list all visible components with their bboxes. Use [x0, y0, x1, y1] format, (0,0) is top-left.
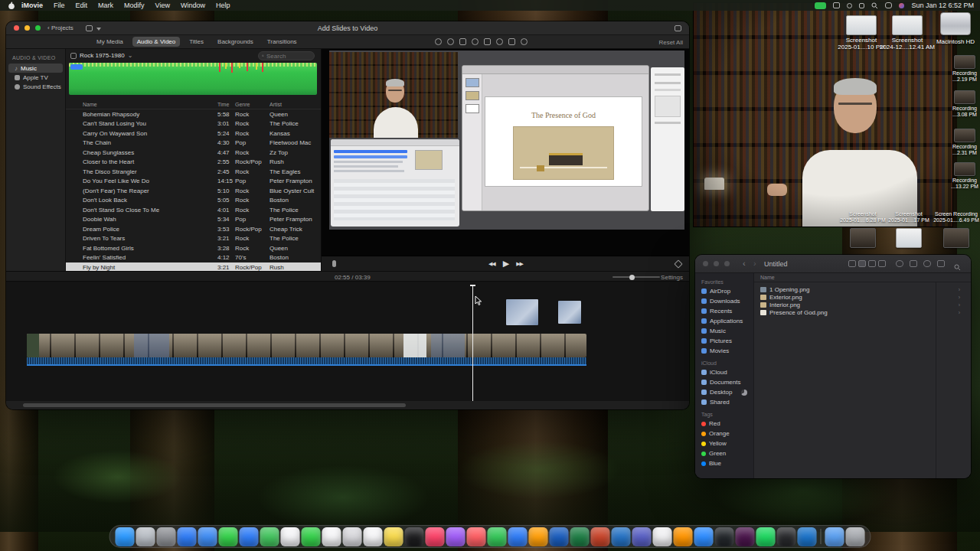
column-name[interactable]: Name — [83, 102, 217, 109]
zoom-button[interactable] — [724, 261, 730, 266]
file-row[interactable]: Presence of God.png › — [754, 308, 971, 316]
bluetooth-icon[interactable] — [847, 3, 852, 8]
dock-icon-zoom[interactable] — [694, 527, 714, 546]
dock-icon-contacts[interactable] — [343, 527, 362, 546]
spotlight-icon[interactable] — [871, 2, 878, 9]
song-waveform[interactable] — [69, 63, 317, 95]
menu-item[interactable]: iMovie — [21, 2, 43, 9]
dock-icon-app-store[interactable] — [178, 527, 197, 546]
song-row[interactable]: Don't Stand So Close To Me 4:01 Rock The… — [66, 205, 321, 215]
dock-icon-system-settings[interactable] — [157, 527, 176, 546]
dock-icon-teams[interactable] — [632, 527, 652, 546]
dock-icon-pages[interactable] — [529, 527, 548, 546]
video-clip-strip[interactable] — [27, 334, 586, 357]
finder-sidebar-item[interactable]: iCloud — [695, 367, 753, 377]
menu-item[interactable]: View — [155, 2, 170, 9]
media-tab[interactable]: Audio & Video — [132, 37, 181, 47]
playhead[interactable] — [472, 285, 473, 401]
cutaway-clip[interactable] — [557, 300, 582, 324]
dock-icon-podcasts[interactable] — [446, 527, 466, 546]
search-input[interactable] — [266, 53, 311, 60]
file-row[interactable]: 1 Opening.png › — [754, 285, 971, 293]
view-as-list-icon[interactable] — [858, 260, 866, 267]
tags-icon[interactable] — [923, 260, 931, 267]
finder-sidebar-item[interactable]: Music — [695, 326, 753, 336]
song-row[interactable]: Driven To Tears 3:21 Rock The Police — [66, 234, 321, 244]
media-tab[interactable]: Backgrounds — [213, 37, 258, 47]
dock-icon-music[interactable] — [426, 527, 445, 546]
dock-icon-calendar[interactable] — [322, 527, 341, 546]
settings-button[interactable]: Settings — [661, 274, 683, 281]
reset-all-button[interactable]: Reset All — [658, 39, 683, 46]
dock-icon-chrome[interactable] — [653, 527, 672, 546]
voiceover-mic-icon[interactable] — [332, 260, 336, 267]
song-row[interactable]: Carry On Wayward Son 5:24 Rock Kansas — [66, 129, 321, 139]
close-button[interactable] — [703, 261, 708, 266]
menu-item[interactable]: Window — [181, 2, 205, 9]
finder-sidebar-item[interactable]: Movies — [695, 346, 753, 356]
column-time[interactable]: Time — [217, 102, 235, 109]
menu-item[interactable]: Edit — [76, 2, 88, 9]
group-by-icon[interactable] — [896, 260, 903, 267]
dock-icon-obs[interactable] — [715, 527, 734, 546]
dock-icon-news[interactable] — [467, 527, 486, 546]
fullscreen-icon[interactable] — [674, 259, 682, 268]
sidebar-item-apple-tv[interactable]: Apple TV — [8, 73, 63, 82]
play-button[interactable]: ▶ — [503, 259, 508, 269]
column-name[interactable]: Name — [760, 275, 775, 280]
song-row[interactable]: Dream Police 3:53 Rock/Pop Cheap Trick — [66, 224, 321, 234]
dock-icon-maps[interactable] — [260, 527, 279, 546]
dock-icon-photos[interactable] — [281, 527, 300, 546]
menu-item[interactable]: Mark — [98, 2, 113, 9]
timeline-scrollbar[interactable] — [23, 403, 406, 407]
menu-item[interactable]: File — [54, 2, 65, 9]
song-row[interactable]: Do You Feel Like We Do 14:15 Pop Peter F… — [66, 177, 321, 187]
view-as-gallery-icon[interactable] — [878, 260, 886, 267]
screen-recording-indicator[interactable] — [815, 2, 826, 9]
info-icon[interactable] — [521, 38, 528, 45]
back-button[interactable]: ‹ — [743, 259, 746, 268]
search-icon[interactable] — [954, 260, 961, 274]
column-divider[interactable] — [936, 282, 936, 478]
next-button[interactable]: ▶▶ — [516, 261, 523, 267]
dock-icon-outlook[interactable] — [612, 527, 631, 546]
dock-icon-facetime[interactable] — [302, 527, 321, 546]
media-tab[interactable]: Titles — [185, 37, 208, 47]
share-icon[interactable] — [910, 260, 917, 267]
finder-tag-item[interactable]: Red — [695, 419, 753, 429]
playlist-selector[interactable]: Rock 1975-1980 ⌄ — [70, 52, 132, 59]
dock-icon-mail[interactable] — [240, 527, 259, 546]
dock-icon-tv[interactable] — [405, 527, 424, 546]
finder-sidebar-item[interactable]: Documents — [695, 377, 753, 387]
apple-menu-icon[interactable] — [8, 2, 15, 10]
finder-sidebar-item[interactable]: Applications — [695, 316, 753, 326]
dock-icon-launchpad[interactable] — [136, 527, 155, 546]
control-center-icon[interactable] — [885, 2, 892, 8]
cropping-icon[interactable] — [459, 38, 466, 45]
song-row[interactable]: Cheap Sunglasses 4:47 Rock Zz Top — [66, 148, 321, 158]
dock-icon-notes[interactable] — [384, 527, 403, 546]
song-row[interactable]: Fly by Night 3:21 Rock/Pop Rush — [66, 262, 321, 271]
siri-icon[interactable] — [899, 3, 904, 8]
media-tab[interactable]: Transitions — [263, 37, 302, 47]
song-row[interactable]: Closer to the Heart 2:55 Rock/Pop Rush — [66, 158, 321, 168]
zoom-slider[interactable] — [612, 276, 660, 278]
finder-tag-item[interactable]: Orange — [695, 429, 753, 439]
dock-icon-powerpoint[interactable] — [591, 527, 610, 546]
zoom-slider-knob[interactable] — [629, 275, 635, 280]
previous-button[interactable]: ◀◀ — [488, 261, 495, 267]
column-artist[interactable]: Artist — [270, 102, 321, 109]
dock-icon-spotify[interactable] — [756, 527, 776, 546]
minimize-button[interactable] — [714, 261, 719, 266]
color-balance-icon[interactable] — [435, 38, 442, 45]
column-header-row[interactable]: Name — [754, 273, 971, 282]
finder-sidebar-item[interactable]: Pictures — [695, 336, 753, 346]
forward-button[interactable]: › — [753, 259, 756, 268]
finder-tag-item[interactable]: Blue — [695, 458, 753, 468]
finder-tag-item[interactable]: Yellow — [695, 439, 753, 448]
more-actions-icon[interactable] — [937, 260, 945, 267]
dock-icon-vscode[interactable] — [798, 527, 817, 546]
dock-icon-excel[interactable] — [570, 527, 590, 546]
dock-icon-firefox[interactable] — [674, 527, 693, 546]
dock-icon-finder[interactable] — [116, 527, 135, 546]
